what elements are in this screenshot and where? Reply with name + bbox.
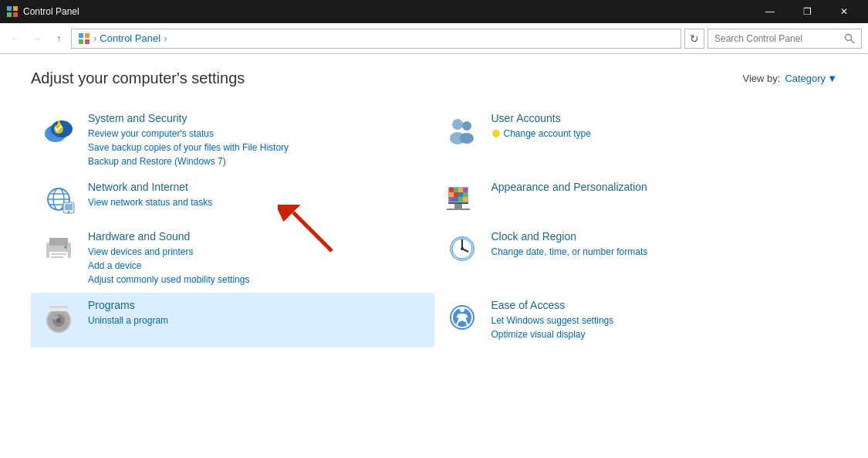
svg-rect-27 — [449, 188, 454, 192]
category-user-accounts[interactable]: User Accounts Change account type — [434, 106, 838, 175]
svg-rect-39 — [448, 202, 468, 204]
svg-point-16 — [460, 133, 474, 144]
back-button[interactable]: ← — [6, 29, 25, 48]
user-accounts-text: User Accounts Change account type — [491, 112, 829, 141]
category-ease-of-access[interactable]: Ease of Access Let Windows suggest setti… — [434, 293, 838, 348]
svg-point-8 — [846, 34, 852, 40]
system-security-link1[interactable]: Review your computer's status — [88, 127, 425, 141]
clock-region-title[interactable]: Clock and Region — [491, 230, 829, 243]
category-programs[interactable]: Programs Uninstall a program — [31, 293, 434, 348]
svg-rect-2 — [7, 12, 12, 17]
main-content: Adjust your computer's settings View by:… — [0, 54, 868, 458]
category-appearance[interactable]: Appearance and Personalization — [434, 175, 838, 224]
close-button[interactable]: ✕ — [826, 0, 862, 23]
programs-title[interactable]: Programs — [88, 299, 425, 311]
up-button[interactable]: ↑ — [49, 29, 68, 48]
svg-rect-37 — [458, 197, 463, 202]
category-clock-region[interactable]: Clock and Region Change date, time, or n… — [434, 224, 838, 293]
svg-rect-31 — [449, 192, 454, 197]
network-internet-title[interactable]: Network and Internet — [88, 181, 425, 193]
network-internet-link1[interactable]: View network status and tasks — [88, 195, 425, 209]
breadcrumb-path[interactable]: Control Panel — [100, 32, 160, 44]
appearance-text: Appearance and Personalization — [491, 181, 829, 195]
svg-rect-30 — [463, 188, 468, 192]
ease-of-access-link1[interactable]: Let Windows suggest settings — [491, 314, 829, 327]
forward-button[interactable]: → — [28, 29, 46, 48]
svg-rect-6 — [79, 39, 83, 44]
svg-rect-0 — [7, 6, 12, 11]
search-icon — [844, 33, 855, 44]
address-path: › Control Panel › — [71, 29, 681, 49]
svg-rect-1 — [13, 6, 18, 11]
hardware-sound-link3[interactable]: Adjust commonly used mobility settings — [88, 273, 425, 287]
category-network-internet[interactable]: Network and Internet View network status… — [31, 175, 434, 224]
address-icon — [78, 32, 90, 45]
svg-rect-7 — [85, 39, 90, 44]
clock-region-icon — [444, 230, 481, 267]
user-accounts-link1[interactable]: Change account type — [491, 127, 829, 141]
shield-small-icon — [491, 129, 501, 138]
refresh-button[interactable]: ↻ — [684, 29, 704, 49]
hardware-sound-link2[interactable]: Add a device — [88, 259, 425, 273]
svg-point-53 — [461, 247, 464, 250]
svg-rect-32 — [454, 192, 458, 197]
view-by: View by: Category ▼ — [742, 73, 837, 84]
svg-line-9 — [851, 39, 855, 43]
title-bar-controls: — ❐ ✕ — [752, 0, 862, 23]
hardware-sound-text: Hardware and Sound View devices and prin… — [88, 230, 425, 287]
view-by-value[interactable]: Category ▼ — [785, 73, 837, 84]
svg-rect-33 — [458, 192, 463, 197]
user-accounts-title[interactable]: User Accounts — [491, 112, 829, 124]
breadcrumb-separator2: › — [164, 32, 167, 44]
hardware-sound-link1[interactable]: View devices and printers — [88, 245, 425, 259]
title-bar: Control Panel — ❐ ✕ — [0, 0, 868, 23]
user-accounts-icon — [444, 112, 481, 149]
category-hardware-sound[interactable]: Hardware and Sound View devices and prin… — [31, 224, 434, 293]
maximize-button[interactable]: ❐ — [789, 0, 825, 23]
programs-link1[interactable]: Uninstall a program — [88, 314, 425, 327]
svg-point-13 — [452, 119, 463, 130]
minimize-button[interactable]: — — [752, 0, 788, 23]
hardware-sound-icon — [40, 230, 77, 267]
svg-rect-24 — [68, 211, 69, 213]
ease-of-access-title[interactable]: Ease of Access — [491, 299, 829, 311]
title-bar-icon — [6, 5, 19, 18]
svg-rect-29 — [458, 188, 463, 192]
breadcrumb-separator: › — [93, 32, 96, 44]
categories-grid: System and Security Review your computer… — [31, 106, 837, 348]
chevron-down-icon: ▼ — [827, 73, 837, 84]
page-header: Adjust your computer's settings View by:… — [31, 70, 837, 87]
address-bar: ← → ↑ › Control Panel › ↻ — [0, 23, 868, 54]
svg-rect-60 — [49, 306, 68, 308]
ease-of-access-text: Ease of Access Let Windows suggest setti… — [491, 299, 829, 341]
svg-rect-46 — [51, 256, 63, 258]
page-title: Adjust your computer's settings — [31, 70, 245, 87]
system-security-link3[interactable]: Backup and Restore (Windows 7) — [88, 154, 425, 168]
system-security-link2[interactable]: Save backup copies of your files with Fi… — [88, 141, 425, 154]
svg-rect-3 — [13, 12, 18, 17]
clock-region-text: Clock and Region Change date, time, or n… — [491, 230, 829, 259]
ease-of-access-link2[interactable]: Optimize visual display — [491, 327, 829, 341]
svg-rect-40 — [454, 204, 462, 209]
clock-region-link1[interactable]: Change date, time, or number formats — [491, 245, 829, 259]
svg-rect-45 — [51, 253, 66, 255]
svg-rect-41 — [447, 209, 470, 210]
svg-rect-23 — [65, 204, 73, 210]
category-system-security[interactable]: System and Security Review your computer… — [31, 106, 434, 175]
svg-point-64 — [460, 307, 464, 312]
system-security-icon — [40, 112, 77, 149]
hardware-sound-title[interactable]: Hardware and Sound — [88, 230, 425, 243]
svg-rect-38 — [463, 197, 468, 202]
svg-line-68 — [293, 212, 332, 251]
title-bar-left: Control Panel — [6, 5, 79, 18]
svg-point-57 — [56, 318, 61, 323]
svg-rect-43 — [49, 238, 68, 246]
programs-icon — [40, 299, 77, 336]
svg-rect-28 — [454, 188, 458, 192]
search-input[interactable] — [714, 33, 839, 44]
system-security-title[interactable]: System and Security — [88, 112, 425, 124]
appearance-title[interactable]: Appearance and Personalization — [491, 181, 829, 193]
svg-rect-35 — [449, 197, 454, 202]
svg-point-15 — [462, 121, 471, 131]
red-arrow — [278, 205, 339, 259]
